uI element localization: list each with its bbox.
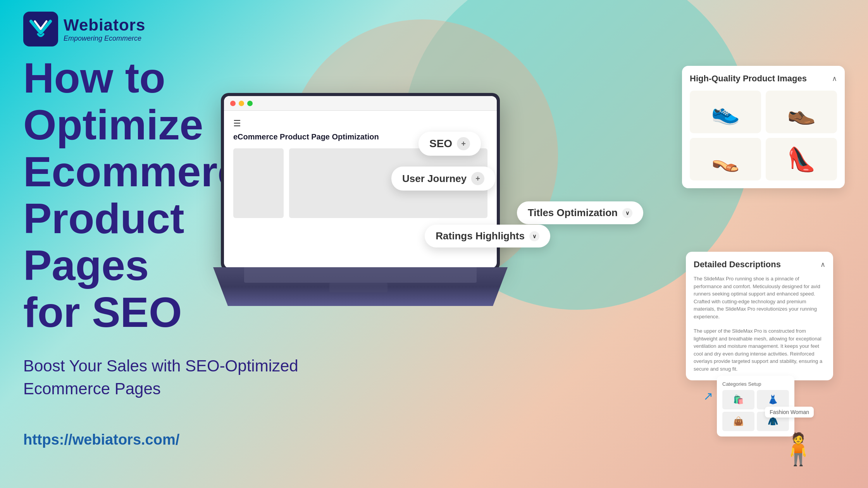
figure-person-icon: 🧍 <box>779 434 818 465</box>
hero-subtitle: Boost Your Sales with SEO-Optimized Ecom… <box>23 355 314 400</box>
titles-opt-chevron: ∨ <box>622 208 632 218</box>
brand-tagline: Empowering Ecommerce <box>64 34 145 43</box>
categories-panel: Categories Setup 🛍️ 👗 👜 🧥 <box>717 376 794 436</box>
category-cell-3: 👜 <box>722 412 754 431</box>
laptop-mockup: ☰ eCommerce Product Page Optimization <box>213 93 508 318</box>
content-block-tall <box>233 148 284 218</box>
panel-chevron-icon: ∧ <box>832 74 837 83</box>
fashion-label: Fashion Woman <box>765 407 814 418</box>
category-cell-1: 🛍️ <box>722 390 754 409</box>
product-images-panel: High-Quality Product Images ∧ 👟 👞 👡 👠 <box>682 66 845 188</box>
desc-chevron-icon: ∧ <box>820 260 825 269</box>
desc-title: Detailed Descriptions <box>694 259 781 270</box>
ratings-chevron: ∨ <box>529 231 539 241</box>
laptop-trackpad <box>329 283 388 292</box>
logo-text: Webiators Empowering Ecommerce <box>64 16 145 43</box>
product-shoe-3: 👡 <box>690 138 761 180</box>
user-journey-label: User Journey <box>402 173 467 185</box>
categories-title: Categories Setup <box>722 381 789 387</box>
bottom-illustration: Categories Setup 🛍️ 👗 👜 🧥 Fashion Woman … <box>717 376 818 465</box>
menu-icon: ☰ <box>233 119 487 129</box>
desc-text-1: The SlideMax Pro running shoe is a pinna… <box>694 275 825 320</box>
browser-dot-green <box>247 101 253 106</box>
deco-arrow-icon: ↗ <box>703 389 713 403</box>
panel-header: High-Quality Product Images ∧ <box>690 74 837 84</box>
browser-dot-yellow <box>239 101 244 106</box>
laptop-base <box>213 267 508 306</box>
detailed-descriptions-panel: Detailed Descriptions ∧ The SlideMax Pro… <box>686 252 833 380</box>
panel-title: High-Quality Product Images <box>690 74 807 84</box>
seo-label: SEO <box>429 137 452 150</box>
brand-name: Webiators <box>64 16 145 34</box>
ratings-label: Ratings Highlights <box>436 230 525 242</box>
desc-text-2: The upper of the SlideMax Pro is constru… <box>694 327 825 373</box>
logo-area: Webiators Empowering Ecommerce <box>23 12 145 46</box>
product-shoe-4: 👠 <box>766 138 837 180</box>
product-grid: 👟 👞 👡 👠 <box>690 91 837 180</box>
browser-bar <box>224 96 497 111</box>
product-shoe-1: 👟 <box>690 91 761 133</box>
titles-optimization-badge[interactable]: Titles Optimization ∨ <box>517 201 643 224</box>
user-journey-badge[interactable]: User Journey + <box>391 167 495 191</box>
seo-badge[interactable]: SEO + <box>418 132 481 156</box>
titles-opt-label: Titles Optimization <box>528 207 618 219</box>
website-url[interactable]: https://webiators.com/ <box>23 431 179 448</box>
browser-dot-red <box>230 101 236 106</box>
seo-plus-icon[interactable]: + <box>457 137 470 150</box>
logo-icon <box>23 12 58 46</box>
ratings-highlights-badge[interactable]: Ratings Highlights ∨ <box>425 225 550 247</box>
product-shoe-2: 👞 <box>766 91 837 133</box>
user-journey-plus-icon[interactable]: + <box>471 172 484 185</box>
desc-header: Detailed Descriptions ∧ <box>694 259 825 270</box>
